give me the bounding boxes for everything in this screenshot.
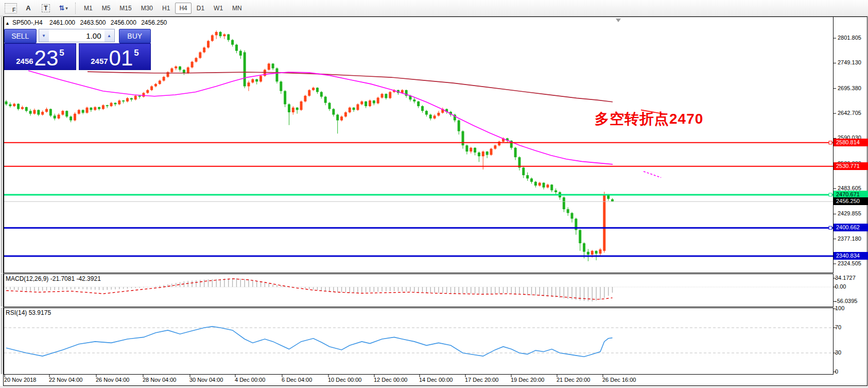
volume-increase-button[interactable]: ▲ [105,29,114,42]
candle-body [373,100,375,104]
collapse-marker-icon[interactable]: ▲ [5,21,10,26]
candle-body [494,145,496,148]
buy-price-tile[interactable]: 2457 01 5 [79,43,151,70]
candle-body [591,251,594,255]
timeframe-button-h4[interactable]: H4 [175,3,191,14]
candle-body [462,131,464,146]
timeframe-buttons: M1M5M15M30H1H4D1W1MN [79,0,247,16]
candle-body [183,70,185,73]
candle-body [280,81,282,91]
timeframe-button-mn[interactable]: MN [228,3,246,14]
candle-body [530,178,533,181]
candle-body [292,108,294,112]
candle-body [611,199,614,201]
candle-body [413,99,415,102]
macd-label: MACD(12,26,9) -21.7081 -42.3921 [6,275,101,282]
timeframe-button-m1[interactable]: M1 [80,3,97,14]
candle-body [356,104,359,110]
line-handle[interactable] [829,193,832,196]
volume-stepper: ▼ ▲ [39,29,115,42]
line-handle[interactable] [829,226,832,229]
candle-body [595,251,598,254]
toolbar-separator [75,3,76,14]
candle-body [571,213,574,218]
candle-body [385,94,387,98]
candle-body [5,102,8,105]
candle-body [312,88,315,90]
candle-body [126,98,129,101]
text-box-icon[interactable]: T [39,2,53,14]
candle-body [332,109,335,115]
candle-body [284,91,286,105]
one-click-trading-panel: SELL ▼ ▲ BUY 2456 23 5 2457 01 5 [4,29,151,70]
timeframe-button-w1[interactable]: W1 [210,3,227,14]
candle-body [417,102,420,106]
sell-button[interactable]: SELL [4,29,37,43]
candle-body [154,84,157,87]
candle-body [360,102,363,105]
candle-body [514,148,517,157]
candle-body [377,98,379,104]
candle-body [170,69,173,72]
timeframe-button-m5[interactable]: M5 [98,3,115,14]
grid-f-glyph: F [5,3,17,13]
candle-body [54,115,56,119]
candle-body [98,107,100,109]
dropdown-caret-icon: ▾ [65,6,68,11]
candle-body [110,103,113,106]
timeframe-button-d1[interactable]: D1 [193,3,209,14]
volume-input[interactable] [49,29,105,42]
candle-body [150,87,153,90]
candle-body [122,100,125,102]
text-label-icon[interactable]: A [22,2,35,14]
candle-body [583,243,585,252]
candle-body [58,115,60,119]
candle-body [486,151,489,155]
candle-body [74,114,76,121]
volume-decrease-button[interactable]: ▼ [39,29,49,42]
timeframe-button-m15[interactable]: M15 [115,3,135,14]
candle-body [45,109,48,112]
ohlc-low: 2456.000 [111,19,136,26]
chart-annotation-text[interactable]: 多空转折点2470 [595,109,703,129]
candle-body [433,115,436,119]
candle-body [272,63,274,68]
candle-body [470,148,472,151]
candle-body [425,111,428,114]
candle-body [215,32,218,35]
candle-body [134,96,137,99]
candle-body [304,96,306,102]
candle-body [579,230,581,243]
rsi-pane[interactable] [4,308,834,375]
ohlc-close: 2456.250 [141,19,167,26]
candle-body [522,167,525,175]
macd-name: MACD(12,26,9) [6,275,48,282]
candle-body [94,107,96,110]
sell-price-big: 23 [34,48,59,69]
candle-body [13,104,15,106]
candle-body [437,113,440,116]
candle-body [29,111,32,114]
candle-body [231,40,234,45]
object-arrows-icon[interactable]: ⇅▾ [57,2,70,14]
candle-body [543,183,545,188]
line-handle[interactable] [829,141,832,144]
candle-body [25,107,28,111]
candle-body [61,111,64,114]
candle-body [369,100,371,106]
timeframe-button-h1[interactable]: H1 [158,3,174,14]
candle-body [599,249,601,254]
ohlc-open: 2461.000 [49,19,75,26]
buy-price-prefix: 2457 [91,57,108,65]
sell-price-tile[interactable]: 2456 23 5 [4,43,76,70]
grid-f-icon[interactable]: F [4,2,18,14]
candle-body [219,32,222,36]
sell-price-sup: 5 [59,48,64,58]
buy-button[interactable]: BUY [119,29,151,43]
candle-body [259,76,262,81]
timeframe-button-m30[interactable]: M30 [137,3,157,14]
candle-body [255,79,258,82]
rsi-label: RSI(14) 53.9175 [6,309,51,316]
candle-body [349,108,351,112]
candle-body [102,105,105,109]
